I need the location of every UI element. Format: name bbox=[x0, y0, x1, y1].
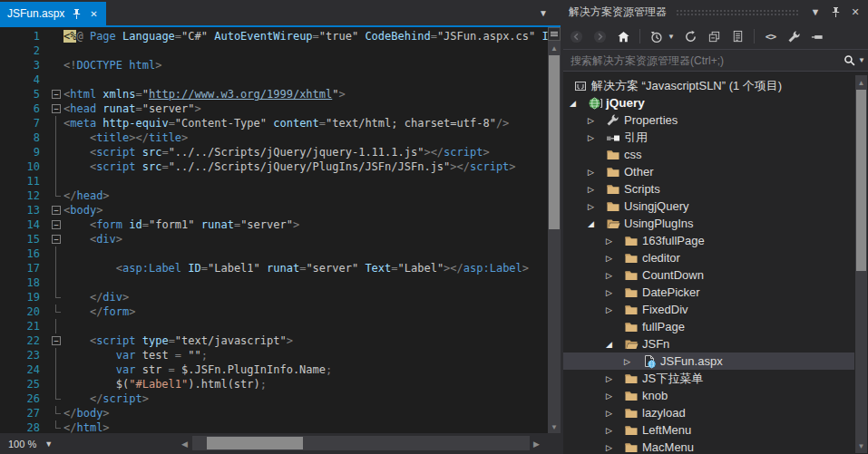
tree-item-macmenu[interactable]: ▷MacMenu bbox=[563, 439, 854, 454]
tree-item-js-dropdown-menu[interactable]: ▷JS下拉菜单 bbox=[563, 370, 854, 387]
code-line[interactable]: 15− <div> bbox=[0, 232, 548, 246]
tree-item-references[interactable]: ▷引用 bbox=[563, 129, 854, 146]
chevron-collapsed-icon[interactable]: ▷ bbox=[606, 288, 624, 297]
collapse-region-icon[interactable]: − bbox=[52, 220, 61, 229]
pin-icon[interactable] bbox=[71, 7, 82, 20]
code-line[interactable]: 9 <script src="../../Scripts/jQuery/jque… bbox=[0, 145, 548, 159]
code-line[interactable]: 8 <title></title> bbox=[0, 130, 548, 145]
chevron-collapsed-icon[interactable]: ▷ bbox=[606, 409, 624, 418]
chevron-collapsed-icon[interactable]: ▷ bbox=[606, 254, 624, 263]
tree-item-leftmenu[interactable]: ▷LeftMenu bbox=[563, 421, 854, 439]
tree-item-cleditor[interactable]: ▷cleditor bbox=[563, 249, 854, 266]
tree-item-solution[interactable]: 解决方案 “JavascriptSLN” (1 个项目) bbox=[563, 77, 854, 94]
tree-item-usingjquery[interactable]: ▷UsingjQuery bbox=[563, 198, 854, 215]
collapse-region-icon[interactable]: − bbox=[52, 206, 61, 215]
code-line[interactable]: 2 bbox=[0, 43, 548, 58]
code-line[interactable]: 1<%@ Page Language="C#" AutoEventWireup=… bbox=[0, 29, 548, 43]
forward-icon[interactable] bbox=[592, 29, 608, 44]
code-line[interactable]: 27</body> bbox=[0, 406, 548, 420]
home-icon[interactable] bbox=[616, 29, 631, 44]
code-line[interactable]: 3<!DOCTYPE html> bbox=[0, 58, 548, 72]
tree-item-datepicker[interactable]: ▷DatePicker bbox=[563, 284, 854, 301]
pending-changes-filter-icon[interactable] bbox=[649, 29, 664, 44]
chevron-collapsed-icon[interactable]: ▷ bbox=[606, 374, 624, 383]
preview-selected-icon[interactable] bbox=[810, 29, 825, 44]
chevron-collapsed-icon[interactable]: ▷ bbox=[606, 426, 624, 435]
chevron-collapsed-icon[interactable]: ▷ bbox=[606, 237, 624, 246]
chevron-collapsed-icon[interactable]: ▷ bbox=[624, 357, 642, 366]
code-line[interactable]: 24 var str = $.JSFn.PlugInInfo.Name; bbox=[0, 362, 548, 377]
chevron-collapsed-icon[interactable]: ▷ bbox=[606, 305, 624, 314]
code-line[interactable]: 17 <asp:Label ID="Label1" runat="server"… bbox=[0, 261, 548, 275]
code-line[interactable]: 19 </div> bbox=[0, 290, 548, 304]
tree-item-jsfun-aspx[interactable]: ▷JSFun.aspx bbox=[563, 353, 854, 370]
horizontal-scrollbar-thumb[interactable] bbox=[207, 437, 303, 449]
view-code-icon[interactable]: <> bbox=[763, 29, 778, 44]
code-line[interactable]: 16 bbox=[0, 246, 548, 261]
code-line[interactable]: 12</head> bbox=[0, 188, 548, 203]
show-all-files-icon[interactable] bbox=[730, 29, 746, 44]
tree-item-scripts[interactable]: ▷Scripts bbox=[563, 180, 854, 198]
collapse-region-icon[interactable]: − bbox=[52, 90, 61, 99]
code-line[interactable]: 5−<html xmlns="http://www.w3.org/1999/xh… bbox=[0, 87, 548, 101]
scroll-down-icon[interactable]: ▼ bbox=[855, 440, 867, 452]
chevron-expanded-icon[interactable]: ◢ bbox=[606, 340, 624, 349]
collapse-region-icon[interactable]: − bbox=[52, 336, 61, 345]
close-icon[interactable]: ✕ bbox=[88, 7, 99, 20]
scroll-up-icon[interactable]: ▲ bbox=[855, 76, 867, 89]
code-line[interactable]: 21 bbox=[0, 319, 548, 333]
code-line[interactable]: 18 bbox=[0, 275, 548, 290]
close-icon[interactable]: ✕ bbox=[848, 5, 863, 19]
search-input[interactable] bbox=[563, 50, 841, 71]
code-line[interactable]: 25 $("#Label1").html(str); bbox=[0, 377, 548, 391]
tree-item-other[interactable]: ▷Other bbox=[563, 163, 854, 180]
tree-item-fullpage[interactable]: fullPage bbox=[563, 318, 854, 335]
zoom-selector[interactable]: 100 % ▼ bbox=[4, 436, 57, 451]
code-line[interactable]: 4 bbox=[0, 72, 548, 87]
window-position-dropdown-icon[interactable]: ▼ bbox=[808, 5, 823, 19]
editor-split-handle-icon[interactable] bbox=[548, 27, 561, 41]
code-line[interactable]: 11 bbox=[0, 174, 548, 188]
chevron-collapsed-icon[interactable]: ▷ bbox=[606, 391, 624, 401]
code-line[interactable]: 13−<body> bbox=[0, 203, 548, 217]
back-icon[interactable] bbox=[569, 29, 584, 44]
tree-item-countdown[interactable]: ▷CountDown bbox=[563, 266, 854, 284]
refresh-icon[interactable] bbox=[683, 29, 698, 44]
pin-icon[interactable] bbox=[828, 5, 843, 19]
chevron-down-icon[interactable]: ▼ bbox=[668, 33, 675, 41]
tree-item-properties[interactable]: ▷Properties bbox=[563, 111, 854, 129]
code-line[interactable]: 10 <script src="../../Scripts/jQuery/Plu… bbox=[0, 159, 548, 174]
chevron-collapsed-icon[interactable]: ▷ bbox=[606, 443, 624, 452]
collapse-region-icon[interactable]: − bbox=[52, 104, 61, 113]
scroll-left-icon[interactable]: ◀ bbox=[181, 440, 188, 449]
chevron-collapsed-icon[interactable]: ▷ bbox=[588, 168, 606, 177]
search-icon[interactable]: ▼ bbox=[841, 50, 868, 71]
tree-item-lazyload[interactable]: ▷lazyload bbox=[563, 404, 854, 421]
code-line[interactable]: 28</html> bbox=[0, 420, 548, 433]
scroll-right-icon[interactable]: ▶ bbox=[533, 440, 540, 449]
code-line[interactable]: 22− <script type="text/javascript"> bbox=[0, 333, 548, 348]
tree-item-fixeddiv[interactable]: ▷FixedDiv bbox=[563, 301, 854, 318]
code-line[interactable]: 7<meta http-equiv="Content-Type" content… bbox=[0, 116, 548, 130]
tree-item-knob[interactable]: ▷knob bbox=[563, 387, 854, 404]
document-list-dropdown-icon[interactable]: ▼ bbox=[539, 8, 548, 18]
tree-vertical-scrollbar[interactable]: ▲ ▼ bbox=[855, 75, 867, 453]
chevron-collapsed-icon[interactable]: ▷ bbox=[588, 133, 606, 142]
tree-item-jsfn[interactable]: ◢JSFn bbox=[563, 335, 854, 353]
collapse-region-icon[interactable]: − bbox=[52, 235, 61, 244]
tree-item-163fullpage[interactable]: ▷163fullPage bbox=[563, 232, 854, 249]
tree-item-jquery[interactable]: ◢jQuery bbox=[563, 94, 854, 111]
code-line[interactable]: 23 var test = ""; bbox=[0, 348, 548, 362]
tab-jsfun-aspx[interactable]: JSFun.aspx ✕ bbox=[0, 2, 106, 25]
tree-item-css[interactable]: css bbox=[563, 146, 854, 163]
tree-scrollbar-thumb[interactable] bbox=[856, 90, 866, 271]
code-line[interactable]: 14− <form id="form1" runat="server"> bbox=[0, 217, 548, 232]
chevron-collapsed-icon[interactable]: ▷ bbox=[606, 271, 624, 280]
scroll-down-icon[interactable]: ▼ bbox=[548, 420, 561, 433]
code-line[interactable]: 20 </form> bbox=[0, 304, 548, 319]
chevron-collapsed-icon[interactable]: ▷ bbox=[588, 185, 606, 194]
chevron-expanded-icon[interactable]: ◢ bbox=[588, 219, 606, 228]
code-lines[interactable]: 1<%@ Page Language="C#" AutoEventWireup=… bbox=[0, 27, 548, 433]
properties-icon[interactable] bbox=[786, 29, 802, 44]
code-line[interactable]: 26 </script> bbox=[0, 391, 548, 406]
